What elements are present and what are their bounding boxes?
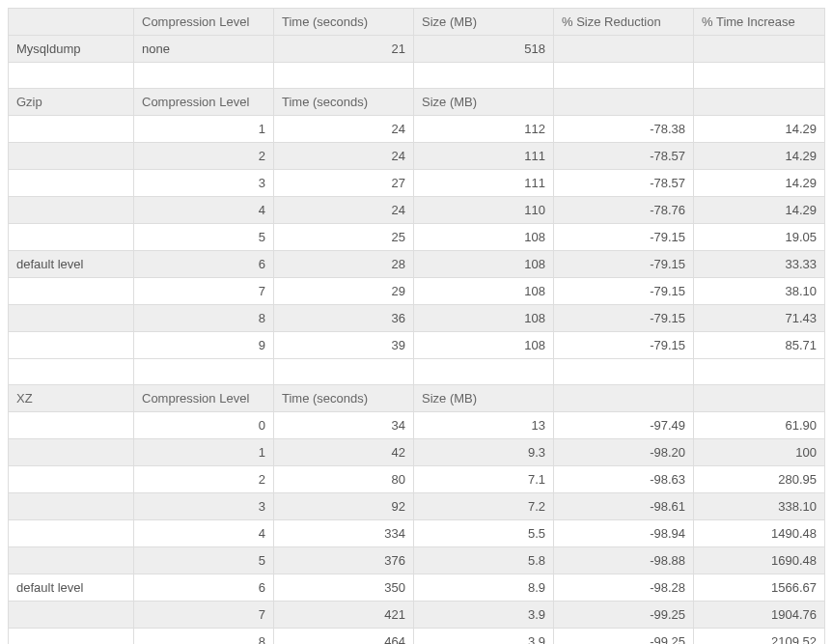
cell-reduction: -78.76 <box>554 197 694 224</box>
cell-size: 7.2 <box>414 493 554 520</box>
table-row: 84643.9-99.252109.52 <box>9 629 825 645</box>
cell-size: 5.5 <box>414 520 554 547</box>
row-label <box>9 143 134 170</box>
cell-size: 111 <box>414 170 554 197</box>
section-header-row: XZCompression LevelTime (seconds)Size (M… <box>9 385 825 412</box>
cell-increase: 338.10 <box>694 493 825 520</box>
cell-size: 9.3 <box>414 439 554 466</box>
cell-time: 376 <box>274 547 414 574</box>
cell-size: 5.8 <box>414 547 554 574</box>
cell-reduction: -79.15 <box>554 224 694 251</box>
blank-cell <box>694 359 825 385</box>
header-time: Time (seconds) <box>274 9 414 36</box>
blank-cell <box>274 359 414 385</box>
blank-cell <box>694 63 825 89</box>
cell-increase <box>694 36 825 63</box>
cell-time: 24 <box>274 116 414 143</box>
cell-increase: 1490.48 <box>694 520 825 547</box>
cell-increase: 14.29 <box>694 116 825 143</box>
cell-level: 4 <box>134 197 274 224</box>
row-label <box>9 412 134 439</box>
table-row: 939108-79.1585.71 <box>9 332 825 359</box>
blank-row <box>9 359 825 385</box>
header-size: Size (MB) <box>414 385 554 412</box>
cell-level: 2 <box>134 466 274 493</box>
cell-size: 108 <box>414 224 554 251</box>
cell-level: 7 <box>134 278 274 305</box>
cell-increase: 33.33 <box>694 251 825 278</box>
cell-level: 1 <box>134 116 274 143</box>
cell-time: 334 <box>274 520 414 547</box>
cell-level: 6 <box>134 251 274 278</box>
cell-reduction: -98.20 <box>554 439 694 466</box>
cell-increase: 38.10 <box>694 278 825 305</box>
row-label <box>9 493 134 520</box>
cell-increase: 19.05 <box>694 224 825 251</box>
cell-size: 111 <box>414 143 554 170</box>
cell-reduction: -98.28 <box>554 574 694 602</box>
cell-time: 28 <box>274 251 414 278</box>
table-row: default level63508.9-98.281566.67 <box>9 574 825 602</box>
header-level: Compression Level <box>134 9 274 36</box>
cell-time: 24 <box>274 143 414 170</box>
table-row: 224111-78.5714.29 <box>9 143 825 170</box>
cell-increase: 61.90 <box>694 412 825 439</box>
cell-increase: 71.43 <box>694 305 825 332</box>
cell-size: 518 <box>414 36 554 63</box>
cell-reduction: -99.25 <box>554 629 694 645</box>
cell-reduction <box>554 36 694 63</box>
cell-increase: 100 <box>694 439 825 466</box>
cell-increase: 85.71 <box>694 332 825 359</box>
cell-increase: 14.29 <box>694 170 825 197</box>
table-row: 1429.3-98.20100 <box>9 439 825 466</box>
cell-reduction: -79.15 <box>554 332 694 359</box>
table-row: default level628108-79.1533.33 <box>9 251 825 278</box>
header-blank <box>554 89 694 116</box>
header-reduction: % Size Reduction <box>554 9 694 36</box>
header-time: Time (seconds) <box>274 89 414 116</box>
cell-level: none <box>134 36 274 63</box>
cell-time: 464 <box>274 629 414 645</box>
cell-increase: 1566.67 <box>694 574 825 602</box>
row-label <box>9 439 134 466</box>
cell-reduction: -78.57 <box>554 170 694 197</box>
row-label <box>9 278 134 305</box>
cell-level: 6 <box>134 574 274 602</box>
cell-time: 24 <box>274 197 414 224</box>
row-label <box>9 116 134 143</box>
table-row: 124112-78.3814.29 <box>9 116 825 143</box>
cell-time: 39 <box>274 332 414 359</box>
row-label <box>9 466 134 493</box>
cell-level: 5 <box>134 547 274 574</box>
section-header-row: GzipCompression LevelTime (seconds)Size … <box>9 89 825 116</box>
section-name: Mysqldump <box>9 36 134 63</box>
header-blank <box>9 9 134 36</box>
cell-reduction: -98.63 <box>554 466 694 493</box>
blank-cell <box>414 63 554 89</box>
cell-level: 0 <box>134 412 274 439</box>
cell-level: 8 <box>134 629 274 645</box>
cell-increase: 2109.52 <box>694 629 825 645</box>
cell-size: 3.9 <box>414 629 554 645</box>
cell-level: 3 <box>134 170 274 197</box>
header-blank <box>694 89 825 116</box>
row-label: default level <box>9 251 134 278</box>
blank-cell <box>274 63 414 89</box>
table-row: 03413-97.4961.90 <box>9 412 825 439</box>
row-label <box>9 520 134 547</box>
cell-time: 29 <box>274 278 414 305</box>
cell-time: 350 <box>274 574 414 602</box>
cell-time: 21 <box>274 36 414 63</box>
blank-cell <box>134 63 274 89</box>
row-label: default level <box>9 574 134 602</box>
cell-increase: 280.95 <box>694 466 825 493</box>
row-label <box>9 629 134 645</box>
table-row: 2807.1-98.63280.95 <box>9 466 825 493</box>
cell-size: 13 <box>414 412 554 439</box>
compression-table: Compression LevelTime (seconds)Size (MB)… <box>8 8 825 644</box>
row-label <box>9 224 134 251</box>
cell-level: 8 <box>134 305 274 332</box>
cell-size: 108 <box>414 251 554 278</box>
cell-level: 2 <box>134 143 274 170</box>
cell-reduction: -99.25 <box>554 602 694 629</box>
